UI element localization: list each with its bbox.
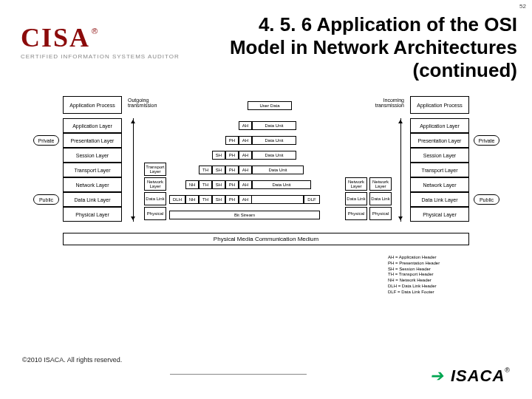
isaca-arrow-icon: ➔ [429,366,446,386]
private-pill-right: Private [474,135,499,146]
hdr-ah-2: AH [239,136,252,145]
hdr-sh-4: SH [212,166,225,174]
mini-datalink-r2: Data Link [369,192,392,205]
footer: ©2010 ISACA. All rights reserved. ➔ ISAC… [22,356,510,386]
hdr-ph-5: PH [225,180,239,189]
slide-title: 4. 5. 6 Application of the OSI Model in … [140,13,517,83]
right-physical-layer: Physical Layer [410,207,469,222]
right-network-layer: Network Layer [410,177,469,192]
hdr-th-6: TH [199,195,212,204]
bit-stream-box: Bit Stream [169,211,320,219]
up-arrow-icon [400,118,401,222]
outgoing-label: Outgoing transmission [128,98,172,108]
du-5: Data Unit [252,180,311,189]
physical-medium-bar: Physical Media Communication Medium [63,233,469,245]
mini-datalink-l: Data Link [144,192,166,205]
legend-ah: AH = Application Header [388,255,499,261]
hdr-ph-6: PH [225,195,239,204]
legend-block: AH = Application Header PH = Presentatio… [388,255,499,296]
copyright-text: ©2010 ISACA. All rights reserved. [22,356,510,364]
right-app-process: Application Process [410,96,469,114]
du-3: Data Unit [252,151,296,160]
mini-network-l: Network Layer [144,177,166,191]
hdr-ph-3: PH [225,151,239,160]
title-line-3: (continued) [412,59,517,81]
mini-network-r: Network Layer [345,177,367,191]
user-data-box: User Data [248,101,292,110]
legend-th: TH = Transport Header [388,272,499,278]
left-datalink-layer: Data Link Layer [63,192,122,207]
hdr-dlh-6: DLH [169,195,185,204]
legend-sh: SH = Session Header [388,267,499,273]
incoming-label: Incoming transmission [360,98,404,108]
registered-icon: ® [92,27,98,35]
legend-nh: NH = Network Header [388,278,499,284]
right-datalink-layer: Data Link Layer [410,192,469,207]
title-line-2: Model in Network Architectures [230,36,517,58]
hdr-nh-5: NH [185,180,199,189]
hdr-ah-5: AH [239,180,252,189]
private-pill-left: Private [33,135,59,146]
down-arrow-icon [133,118,134,222]
title-line-1: 4. 5. 6 Application of the OSI [259,13,517,35]
isaca-text: ISACA [451,366,505,386]
dlf-6: DLF [304,195,320,204]
public-pill-right: Public [474,194,499,205]
osi-diagram: Application Process Application Layer Pr… [33,96,506,310]
hdr-sh-6: SH [212,195,225,204]
hdr-sh-5: SH [212,180,225,189]
mini-physical-r: Physical [345,207,367,220]
hdr-ah-1: AH [239,121,252,130]
hdr-ah-4: AH [239,166,252,174]
mini-physical-l: Physical [144,207,166,220]
mini-physical-r2: Physical [369,207,392,220]
left-app-process: Application Process [63,96,122,114]
isaca-registered-icon: ® [505,366,510,374]
du-1: Data Unit [252,121,296,130]
hdr-ph-2: PH [225,136,239,145]
left-transport-layer: Transport Layer [63,163,122,177]
mini-datalink-r: Data Link [345,192,367,205]
cisa-logo-text: CISA [21,23,90,52]
du-2: Data Unit [252,136,296,145]
legend-ph: PH = Presentation Header [388,261,499,267]
hdr-th-5: TH [199,180,212,189]
hdr-th-4: TH [199,166,212,174]
left-physical-layer: Physical Layer [63,207,122,222]
right-session-layer: Session Layer [410,148,469,163]
public-pill-left: Public [33,194,59,205]
mini-transport-l: Transport Layer [144,163,166,176]
mini-network-r2: Network Layer [369,177,392,191]
left-presentation-layer: Presentation Layer [63,133,122,148]
footer-divider [170,374,307,375]
right-application-layer: Application Layer [410,118,469,133]
hdr-nh-6: NH [185,195,199,204]
du-6 [252,195,304,204]
isaca-logo: ➔ ISACA® [431,366,510,386]
left-session-layer: Session Layer [63,148,122,163]
legend-dlh: DLH = Data Link Header [388,284,499,290]
du-4: Data Unit [252,166,304,174]
page-number: 52 [519,3,526,10]
hdr-ah-3: AH [239,151,252,160]
hdr-ph-4: PH [225,166,239,174]
legend-dlf: DLF = Data Link Footer [388,290,499,296]
right-presentation-layer: Presentation Layer [410,133,469,148]
left-application-layer: Application Layer [63,118,122,133]
hdr-sh-3: SH [212,151,225,160]
right-transport-layer: Transport Layer [410,163,469,177]
hdr-ah-6: AH [239,195,252,204]
left-network-layer: Network Layer [63,177,122,192]
